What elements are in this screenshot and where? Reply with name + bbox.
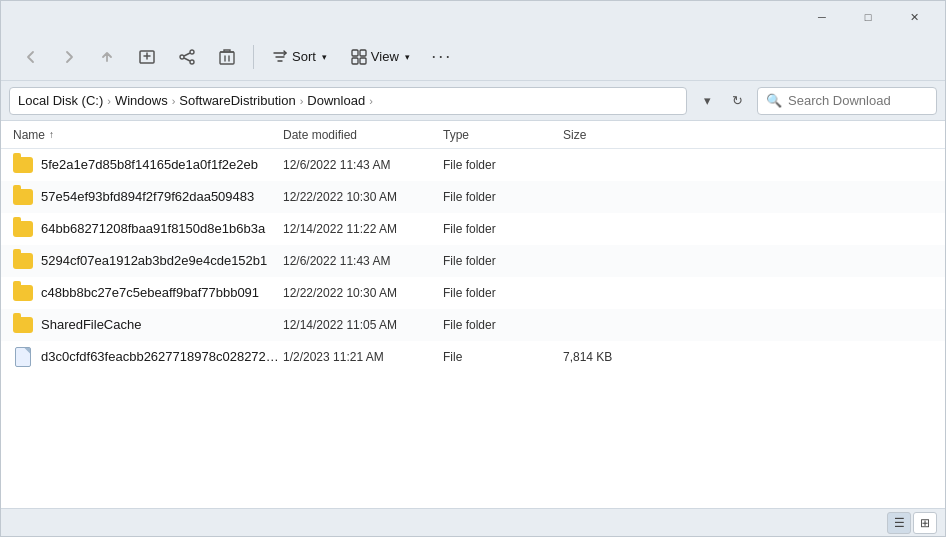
sort-chevron: ▾ (322, 52, 327, 62)
file-rows: 5fe2a1e7d85b8f14165de1a0f1f2e2eb12/6/202… (1, 149, 945, 373)
svg-point-3 (190, 60, 194, 64)
svg-rect-6 (360, 50, 366, 56)
file-type: File (443, 350, 563, 364)
refresh-button[interactable]: ↻ (723, 87, 751, 115)
file-date: 12/14/2022 11:05 AM (283, 318, 443, 332)
breadcrumb-sep-2: › (172, 95, 176, 107)
sort-arrow-name: ↑ (49, 129, 54, 140)
col-header-name[interactable]: Name ↑ (13, 128, 283, 142)
delete-button[interactable] (209, 39, 245, 75)
more-button[interactable]: ··· (424, 39, 460, 75)
folder-icon (13, 285, 33, 301)
table-row[interactable]: 5fe2a1e7d85b8f14165de1a0f1f2e2eb12/6/202… (1, 149, 945, 181)
share-button[interactable] (169, 39, 205, 75)
svg-rect-7 (352, 58, 358, 64)
minimize-button[interactable]: ─ (799, 1, 845, 33)
col-header-type[interactable]: Type (443, 128, 563, 142)
file-date: 12/22/2022 10:30 AM (283, 190, 443, 204)
view-chevron: ▾ (405, 52, 410, 62)
file-list: Name ↑ Date modified Type Size 5fe2a1e7d… (1, 121, 945, 508)
breadcrumb-softwaredistribution[interactable]: SoftwareDistribution (179, 93, 295, 108)
col-header-size[interactable]: Size (563, 128, 663, 142)
table-row[interactable]: c48bb8bc27e7c5ebeaff9baf77bbb09112/22/20… (1, 277, 945, 309)
folder-icon (13, 317, 33, 333)
file-icon (15, 347, 31, 367)
forward-button[interactable] (51, 39, 87, 75)
file-date: 12/6/2022 11:43 AM (283, 254, 443, 268)
extract-button[interactable] (129, 39, 165, 75)
search-icon: 🔍 (766, 93, 782, 108)
list-view-button[interactable]: ☰ (887, 512, 911, 534)
folder-icon (13, 253, 33, 269)
folder-icon (13, 221, 33, 237)
breadcrumb-download[interactable]: Download (307, 93, 365, 108)
title-bar: ─ □ ✕ (1, 1, 945, 33)
breadcrumb-sep-3: › (300, 95, 304, 107)
folder-icon (13, 157, 33, 173)
sort-label: Sort (292, 49, 316, 64)
file-name: 57e54ef93bfd894f2f79f62daa509483 (41, 189, 283, 204)
maximize-button[interactable]: □ (845, 1, 891, 33)
breadcrumb-sep-4: › (369, 95, 373, 107)
address-actions: ▾ ↻ (693, 87, 751, 115)
table-row[interactable]: 5294cf07ea1912ab3bd2e9e4cde152b112/6/202… (1, 245, 945, 277)
breadcrumb-windows[interactable]: Windows (115, 93, 168, 108)
grid-view-button[interactable]: ⊞ (913, 512, 937, 534)
view-button[interactable]: View ▾ (341, 41, 420, 73)
file-name: 5294cf07ea1912ab3bd2e9e4cde152b1 (41, 253, 283, 268)
svg-rect-5 (352, 50, 358, 56)
file-type: File folder (443, 158, 563, 172)
file-date: 1/2/2023 11:21 AM (283, 350, 443, 364)
file-date: 12/22/2022 10:30 AM (283, 286, 443, 300)
view-toggle: ☰ ⊞ (887, 512, 937, 534)
sort-button[interactable]: Sort ▾ (262, 41, 337, 73)
column-headers: Name ↑ Date modified Type Size (1, 121, 945, 149)
col-header-date[interactable]: Date modified (283, 128, 443, 142)
svg-point-1 (190, 50, 194, 54)
file-name: d3c0cfdf63feacbb2627718978c028272d02... (41, 349, 283, 364)
table-row[interactable]: SharedFileCache12/14/2022 11:05 AMFile f… (1, 309, 945, 341)
file-type: File folder (443, 254, 563, 268)
nav-buttons (13, 39, 125, 75)
breadcrumb-local-disk[interactable]: Local Disk (C:) (18, 93, 103, 108)
folder-icon (13, 189, 33, 205)
address-bar: Local Disk (C:) › Windows › SoftwareDist… (1, 81, 945, 121)
svg-point-2 (180, 55, 184, 59)
svg-rect-8 (360, 58, 366, 64)
file-type: File folder (443, 286, 563, 300)
file-name: SharedFileCache (41, 317, 283, 332)
file-type: File folder (443, 318, 563, 332)
svg-rect-4 (220, 52, 234, 64)
toolbar: Sort ▾ View ▾ ··· (1, 33, 945, 81)
up-button[interactable] (89, 39, 125, 75)
close-button[interactable]: ✕ (891, 1, 937, 33)
back-button[interactable] (13, 39, 49, 75)
address-dropdown-button[interactable]: ▾ (693, 87, 721, 115)
file-date: 12/14/2022 11:22 AM (283, 222, 443, 236)
breadcrumb-sep-1: › (107, 95, 111, 107)
table-row[interactable]: d3c0cfdf63feacbb2627718978c028272d02...1… (1, 341, 945, 373)
file-type: File folder (443, 190, 563, 204)
status-bar: ☰ ⊞ (1, 508, 945, 536)
file-name: 64bb68271208fbaa91f8150d8e1b6b3a (41, 221, 283, 236)
table-row[interactable]: 57e54ef93bfd894f2f79f62daa50948312/22/20… (1, 181, 945, 213)
file-name: c48bb8bc27e7c5ebeaff9baf77bbb091 (41, 285, 283, 300)
search-input[interactable] (788, 93, 928, 108)
address-path[interactable]: Local Disk (C:) › Windows › SoftwareDist… (9, 87, 687, 115)
file-name: 5fe2a1e7d85b8f14165de1a0f1f2e2eb (41, 157, 283, 172)
search-box[interactable]: 🔍 (757, 87, 937, 115)
view-label: View (371, 49, 399, 64)
file-date: 12/6/2022 11:43 AM (283, 158, 443, 172)
file-type: File folder (443, 222, 563, 236)
file-size: 7,814 KB (563, 350, 663, 364)
toolbar-separator (253, 45, 254, 69)
table-row[interactable]: 64bb68271208fbaa91f8150d8e1b6b3a12/14/20… (1, 213, 945, 245)
